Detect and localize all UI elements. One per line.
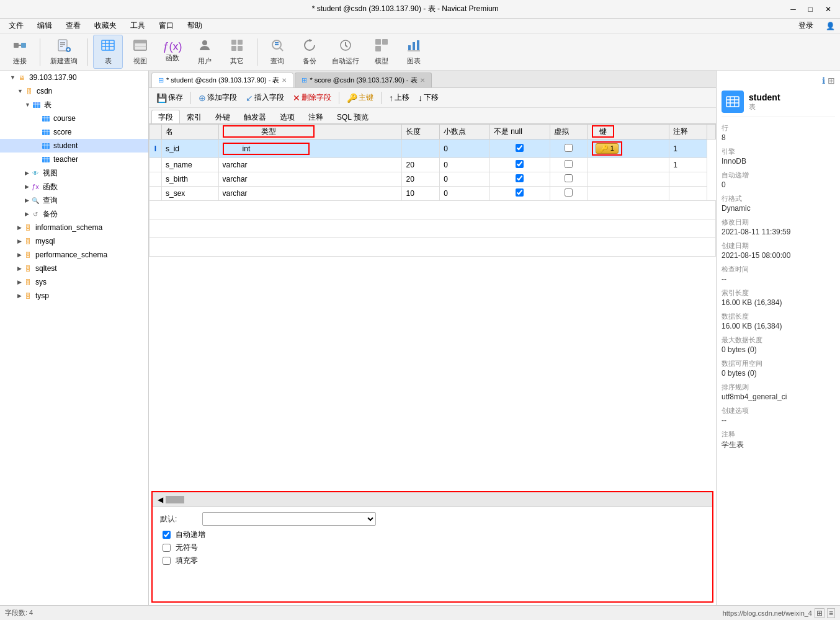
field-not-null[interactable]	[489, 172, 550, 187]
menu-help[interactable]: 帮助	[181, 19, 208, 32]
sidebar-db-sqltest[interactable]: ▶ 🗄 sqltest	[0, 262, 148, 275]
field-length[interactable]: 10	[402, 187, 440, 201]
save-button[interactable]: 💾 保存	[153, 91, 187, 105]
tab-score-close[interactable]: ✕	[420, 77, 425, 84]
scroll-thumb[interactable]	[166, 496, 184, 503]
field-name[interactable]: s_name	[162, 158, 219, 172]
login-button[interactable]: 登录	[792, 19, 820, 32]
grid-icon[interactable]: ⊞	[815, 608, 824, 618]
field-virtual[interactable]	[550, 140, 588, 158]
sidebar-table-student[interactable]: student	[0, 139, 148, 153]
list-icon[interactable]: ≡	[827, 608, 835, 618]
field-virtual[interactable]	[550, 172, 588, 187]
sidebar-db-tysp[interactable]: ▶ 🗄 tysp	[0, 289, 148, 303]
sub-tab-options[interactable]: 选项	[273, 110, 302, 123]
sub-tab-comment[interactable]: 注释	[302, 110, 330, 123]
toolbar-query[interactable]: 查询	[262, 35, 292, 68]
primary-key-button[interactable]: 🔑 主键	[343, 91, 377, 105]
field-name[interactable]: s_sex	[162, 187, 219, 201]
field-comment[interactable]	[669, 172, 707, 187]
toolbar-other[interactable]: 其它	[222, 35, 252, 68]
sidebar-db-information-schema[interactable]: ▶ 🗄 information_schema	[0, 221, 148, 234]
delete-field-button[interactable]: ✕ 删除字段	[289, 91, 335, 105]
field-not-null[interactable]	[489, 187, 550, 201]
table-row[interactable]: s_name varchar 20 0 1	[150, 158, 716, 172]
sub-tab-fields[interactable]: 字段	[151, 110, 180, 123]
field-decimal[interactable]: 0	[440, 172, 490, 187]
sidebar-db-sys[interactable]: ▶ 🗄 sys	[0, 275, 148, 289]
toolbar-user[interactable]: 用户	[190, 35, 220, 68]
field-not-null[interactable]	[489, 158, 550, 172]
sidebar-views-folder[interactable]: ▶ 👁 视图	[0, 166, 148, 180]
sub-tab-triggers[interactable]: 触发器	[237, 110, 273, 123]
info-icon[interactable]: ℹ	[822, 76, 825, 86]
field-decimal[interactable]: 0	[440, 187, 490, 201]
field-comment[interactable]: 1	[669, 158, 707, 172]
sidebar-tables-folder[interactable]: ▼ 表	[0, 98, 148, 112]
maximize-button[interactable]: □	[805, 4, 816, 15]
sidebar-server[interactable]: ▼ 🖥 39.103.137.90	[0, 71, 148, 84]
sidebar-db-csdn[interactable]: ▼ 🗄 csdn	[0, 84, 148, 98]
table-row[interactable]: s_sex varchar 10 0	[150, 187, 716, 201]
field-name[interactable]: s_id	[162, 140, 219, 158]
field-type[interactable]: varchar	[218, 187, 402, 201]
field-key[interactable]	[588, 172, 669, 187]
sub-tab-indexes[interactable]: 索引	[180, 110, 208, 123]
close-button[interactable]: ✕	[821, 4, 835, 15]
minimize-button[interactable]: ─	[787, 4, 800, 15]
field-length[interactable]	[402, 140, 440, 158]
menu-view[interactable]: 查看	[60, 19, 87, 32]
field-type[interactable]: varchar	[218, 172, 402, 187]
field-decimal[interactable]: 0	[440, 158, 490, 172]
field-virtual[interactable]	[550, 158, 588, 172]
menu-tools[interactable]: 工具	[124, 19, 151, 32]
field-length[interactable]: 20	[402, 158, 440, 172]
toolbar-view[interactable]: 视图	[125, 35, 155, 68]
sidebar-functions-folder[interactable]: ▶ ƒx 函数	[0, 180, 148, 193]
sidebar-db-mysql[interactable]: ▶ 🗄 mysql	[0, 234, 148, 248]
field-name[interactable]: s_birth	[162, 172, 219, 187]
menu-edit[interactable]: 编辑	[31, 19, 58, 32]
field-virtual[interactable]	[550, 187, 588, 201]
sidebar-table-course[interactable]: course	[0, 112, 148, 125]
sidebar-queries-folder[interactable]: ▶ 🔍 查询	[0, 193, 148, 207]
sub-tab-foreign-keys[interactable]: 外键	[208, 110, 237, 123]
field-key[interactable]	[588, 187, 669, 201]
field-key[interactable]: 🔑 1	[588, 140, 669, 158]
menu-file[interactable]: 文件	[2, 19, 30, 32]
auto-increment-checkbox[interactable]	[163, 531, 171, 539]
default-select[interactable]	[202, 512, 376, 526]
table-row[interactable]: s_birth varchar 20 0	[150, 172, 716, 187]
field-decimal[interactable]: 0	[440, 140, 490, 158]
menu-favorites[interactable]: 收藏夹	[88, 19, 123, 32]
unsigned-checkbox[interactable]	[163, 544, 171, 552]
toolbar-model[interactable]: 模型	[367, 35, 396, 68]
fields-grid[interactable]: 名 类型 长度 小数点 不是 null 虚拟 键 注释	[149, 124, 716, 491]
sidebar-backups-folder[interactable]: ▶ ↺ 备份	[0, 207, 148, 221]
toolbar-backup[interactable]: 备份	[295, 35, 324, 68]
toolbar-new-query[interactable]: 新建查询	[45, 35, 83, 68]
tab-student-close[interactable]: ✕	[282, 77, 287, 84]
zerofill-checkbox[interactable]	[163, 557, 171, 565]
move-down-button[interactable]: ↓ 下移	[414, 91, 442, 105]
add-field-button[interactable]: ⊕ 添加字段	[195, 91, 241, 105]
field-key[interactable]	[588, 158, 669, 172]
field-comment[interactable]	[669, 187, 707, 201]
field-type[interactable]: int	[218, 140, 402, 158]
field-comment[interactable]: 1	[669, 140, 707, 158]
toolbar-chart[interactable]: 图表	[399, 35, 429, 68]
grid-view-icon[interactable]: ⊞	[828, 76, 835, 86]
menu-window[interactable]: 窗口	[153, 19, 180, 32]
toolbar-connect[interactable]: 连接	[5, 35, 35, 68]
toolbar-table[interactable]: 表	[93, 35, 123, 69]
move-up-button[interactable]: ↑ 上移	[385, 91, 413, 105]
sidebar-table-score[interactable]: score	[0, 125, 148, 139]
scroll-left-arrow[interactable]: ◀	[158, 495, 163, 504]
field-length[interactable]: 20	[402, 172, 440, 187]
tab-score[interactable]: ⊞ * score @csdn (39.103.137.90) - 表 ✕	[295, 73, 431, 87]
sidebar-table-teacher[interactable]: teacher	[0, 153, 148, 166]
sidebar-db-performance-schema[interactable]: ▶ 🗄 performance_schema	[0, 248, 148, 262]
field-type[interactable]: varchar	[218, 158, 402, 172]
toolbar-function[interactable]: ƒ(x) 函数	[158, 38, 187, 65]
field-not-null[interactable]	[489, 140, 550, 158]
